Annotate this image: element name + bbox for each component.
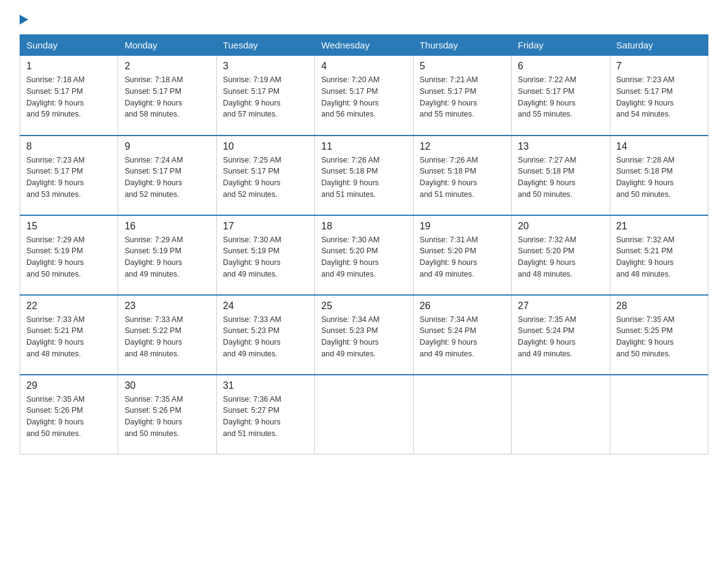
day-info: Sunrise: 7:18 AMSunset: 5:17 PMDaylight:… <box>124 74 210 120</box>
calendar-week-row: 22 Sunrise: 7:33 AMSunset: 5:21 PMDaylig… <box>20 295 708 375</box>
day-number: 20 <box>518 221 603 232</box>
calendar-day-cell: 23 Sunrise: 7:33 AMSunset: 5:22 PMDaylig… <box>118 295 216 375</box>
calendar-day-cell: 11 Sunrise: 7:26 AMSunset: 5:18 PMDaylig… <box>315 136 413 215</box>
calendar-day-cell: 25 Sunrise: 7:34 AMSunset: 5:23 PMDaylig… <box>315 295 413 375</box>
day-number: 13 <box>518 141 603 152</box>
day-info: Sunrise: 7:32 AMSunset: 5:21 PMDaylight:… <box>616 234 702 280</box>
day-of-week-header: Sunday <box>20 35 118 56</box>
day-number: 6 <box>518 61 603 72</box>
day-info: Sunrise: 7:23 AMSunset: 5:17 PMDaylight:… <box>616 74 702 120</box>
calendar-day-cell: 8 Sunrise: 7:23 AMSunset: 5:17 PMDayligh… <box>20 136 118 215</box>
day-info: Sunrise: 7:34 AMSunset: 5:24 PMDaylight:… <box>420 314 505 360</box>
day-number: 10 <box>223 141 308 152</box>
logo-general <box>20 15 28 25</box>
day-number: 24 <box>223 301 308 312</box>
day-number: 17 <box>223 221 308 232</box>
day-of-week-header: Monday <box>118 35 216 56</box>
day-info: Sunrise: 7:29 AMSunset: 5:19 PMDaylight:… <box>26 234 112 280</box>
day-number: 30 <box>124 380 210 391</box>
day-number: 26 <box>420 301 505 312</box>
day-of-week-header: Friday <box>512 35 610 56</box>
day-number: 23 <box>124 301 210 312</box>
day-number: 25 <box>321 301 406 312</box>
day-info: Sunrise: 7:24 AMSunset: 5:17 PMDaylight:… <box>124 155 210 201</box>
day-number: 1 <box>26 61 112 72</box>
day-info: Sunrise: 7:31 AMSunset: 5:20 PMDaylight:… <box>420 234 505 280</box>
day-number: 7 <box>616 61 702 72</box>
calendar-day-cell: 30 Sunrise: 7:35 AMSunset: 5:26 PMDaylig… <box>118 375 216 454</box>
calendar-day-cell: 20 Sunrise: 7:32 AMSunset: 5:20 PMDaylig… <box>512 215 610 295</box>
day-number: 9 <box>124 141 210 152</box>
calendar-week-row: 15 Sunrise: 7:29 AMSunset: 5:19 PMDaylig… <box>20 215 708 295</box>
logo-flag-icon <box>20 15 28 25</box>
day-info: Sunrise: 7:18 AMSunset: 5:17 PMDaylight:… <box>26 74 112 120</box>
day-number: 15 <box>26 221 112 232</box>
day-info: Sunrise: 7:21 AMSunset: 5:17 PMDaylight:… <box>420 74 505 120</box>
day-number: 28 <box>616 301 702 312</box>
calendar-day-cell: 14 Sunrise: 7:28 AMSunset: 5:18 PMDaylig… <box>610 136 708 215</box>
day-number: 21 <box>616 221 702 232</box>
day-number: 3 <box>223 61 308 72</box>
day-of-week-header: Wednesday <box>315 35 413 56</box>
calendar-day-cell: 9 Sunrise: 7:24 AMSunset: 5:17 PMDayligh… <box>118 136 216 215</box>
day-info: Sunrise: 7:36 AMSunset: 5:27 PMDaylight:… <box>223 394 308 440</box>
day-number: 14 <box>616 141 702 152</box>
day-info: Sunrise: 7:19 AMSunset: 5:17 PMDaylight:… <box>223 74 308 120</box>
day-info: Sunrise: 7:27 AMSunset: 5:18 PMDaylight:… <box>518 155 603 201</box>
day-info: Sunrise: 7:35 AMSunset: 5:24 PMDaylight:… <box>518 314 603 360</box>
calendar-header-row: SundayMondayTuesdayWednesdayThursdayFrid… <box>20 35 708 56</box>
calendar-day-cell: 21 Sunrise: 7:32 AMSunset: 5:21 PMDaylig… <box>610 215 708 295</box>
calendar-day-cell: 12 Sunrise: 7:26 AMSunset: 5:18 PMDaylig… <box>413 136 511 215</box>
day-info: Sunrise: 7:20 AMSunset: 5:17 PMDaylight:… <box>321 74 406 120</box>
calendar-week-row: 29 Sunrise: 7:35 AMSunset: 5:26 PMDaylig… <box>20 375 708 454</box>
calendar-day-cell <box>512 375 610 454</box>
calendar-day-cell <box>610 375 708 454</box>
day-info: Sunrise: 7:35 AMSunset: 5:26 PMDaylight:… <box>26 394 112 440</box>
day-info: Sunrise: 7:35 AMSunset: 5:26 PMDaylight:… <box>124 394 210 440</box>
calendar-day-cell: 31 Sunrise: 7:36 AMSunset: 5:27 PMDaylig… <box>216 375 314 454</box>
day-number: 22 <box>26 301 112 312</box>
day-info: Sunrise: 7:22 AMSunset: 5:17 PMDaylight:… <box>518 74 603 120</box>
calendar-day-cell: 24 Sunrise: 7:33 AMSunset: 5:23 PMDaylig… <box>216 295 314 375</box>
day-number: 19 <box>420 221 505 232</box>
day-number: 2 <box>124 61 210 72</box>
day-info: Sunrise: 7:29 AMSunset: 5:19 PMDaylight:… <box>124 234 210 280</box>
day-of-week-header: Tuesday <box>216 35 314 56</box>
day-info: Sunrise: 7:25 AMSunset: 5:17 PMDaylight:… <box>223 155 308 201</box>
day-number: 16 <box>124 221 210 232</box>
day-of-week-header: Thursday <box>413 35 511 56</box>
calendar-day-cell: 27 Sunrise: 7:35 AMSunset: 5:24 PMDaylig… <box>512 295 610 375</box>
calendar-day-cell: 7 Sunrise: 7:23 AMSunset: 5:17 PMDayligh… <box>610 56 708 136</box>
calendar-day-cell <box>315 375 413 454</box>
day-info: Sunrise: 7:32 AMSunset: 5:20 PMDaylight:… <box>518 234 603 280</box>
day-number: 31 <box>223 380 308 391</box>
calendar-day-cell: 29 Sunrise: 7:35 AMSunset: 5:26 PMDaylig… <box>20 375 118 454</box>
day-number: 4 <box>321 61 406 72</box>
calendar-day-cell: 1 Sunrise: 7:18 AMSunset: 5:17 PMDayligh… <box>20 56 118 136</box>
calendar-day-cell: 3 Sunrise: 7:19 AMSunset: 5:17 PMDayligh… <box>216 56 314 136</box>
calendar-day-cell: 4 Sunrise: 7:20 AMSunset: 5:17 PMDayligh… <box>315 56 413 136</box>
day-of-week-header: Saturday <box>610 35 708 56</box>
calendar-day-cell: 18 Sunrise: 7:30 AMSunset: 5:20 PMDaylig… <box>315 215 413 295</box>
day-info: Sunrise: 7:28 AMSunset: 5:18 PMDaylight:… <box>616 155 702 201</box>
day-info: Sunrise: 7:33 AMSunset: 5:21 PMDaylight:… <box>26 314 112 360</box>
day-info: Sunrise: 7:33 AMSunset: 5:23 PMDaylight:… <box>223 314 308 360</box>
day-info: Sunrise: 7:33 AMSunset: 5:22 PMDaylight:… <box>124 314 210 360</box>
calendar-week-row: 1 Sunrise: 7:18 AMSunset: 5:17 PMDayligh… <box>20 56 708 136</box>
calendar-day-cell: 13 Sunrise: 7:27 AMSunset: 5:18 PMDaylig… <box>512 136 610 215</box>
day-number: 27 <box>518 301 603 312</box>
calendar-day-cell: 6 Sunrise: 7:22 AMSunset: 5:17 PMDayligh… <box>512 56 610 136</box>
calendar-day-cell: 15 Sunrise: 7:29 AMSunset: 5:19 PMDaylig… <box>20 215 118 295</box>
page-header <box>20 15 708 25</box>
calendar-day-cell: 5 Sunrise: 7:21 AMSunset: 5:17 PMDayligh… <box>413 56 511 136</box>
calendar-day-cell: 17 Sunrise: 7:30 AMSunset: 5:19 PMDaylig… <box>216 215 314 295</box>
calendar-day-cell: 16 Sunrise: 7:29 AMSunset: 5:19 PMDaylig… <box>118 215 216 295</box>
day-number: 11 <box>321 141 406 152</box>
day-info: Sunrise: 7:30 AMSunset: 5:20 PMDaylight:… <box>321 234 406 280</box>
calendar-day-cell: 10 Sunrise: 7:25 AMSunset: 5:17 PMDaylig… <box>216 136 314 215</box>
day-info: Sunrise: 7:34 AMSunset: 5:23 PMDaylight:… <box>321 314 406 360</box>
calendar-table: SundayMondayTuesdayWednesdayThursdayFrid… <box>20 34 708 454</box>
calendar-day-cell <box>413 375 511 454</box>
day-number: 29 <box>26 380 112 391</box>
day-info: Sunrise: 7:30 AMSunset: 5:19 PMDaylight:… <box>223 234 308 280</box>
